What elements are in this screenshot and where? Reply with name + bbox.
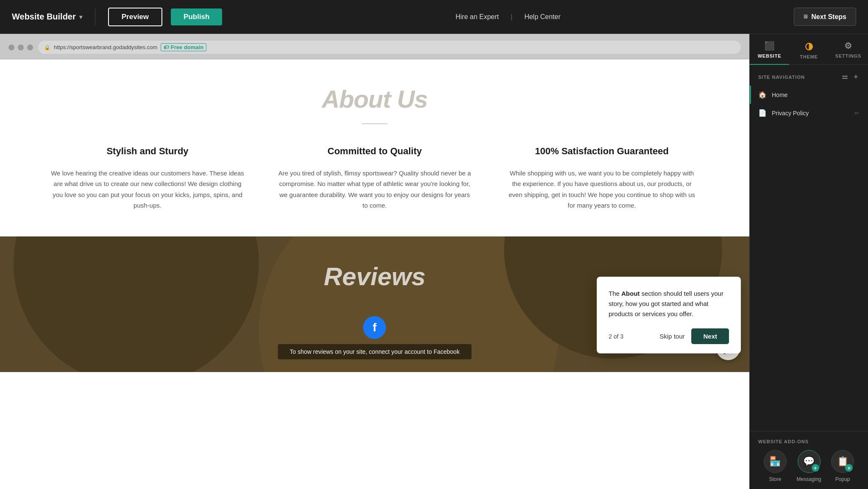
brand-chevron-icon: ▾	[79, 14, 82, 20]
about-col-1-text: We love hearing the creative ideas our c…	[51, 168, 244, 211]
fb-connect-text: To show reviews on your site, connect yo…	[278, 344, 472, 359]
addons-label: WEBSITE ADD-ONS	[758, 439, 860, 444]
next-steps-icon: ≡	[804, 12, 808, 21]
home-label: Home	[772, 92, 787, 98]
website-tab-icon: ⬛	[764, 41, 775, 51]
browser-dot-green	[27, 44, 33, 50]
browser-chrome: 🔒 https://sportswearbrand.godaddysites.c…	[0, 34, 749, 59]
preview-button[interactable]: Preview	[108, 8, 162, 26]
addon-popup-label: Popup	[835, 476, 850, 482]
hire-expert-link[interactable]: Hire an Expert	[456, 13, 499, 21]
about-divider	[362, 123, 387, 124]
browser-dot-red	[8, 44, 14, 50]
about-col-3-text: While shopping with us, we want you to b…	[505, 168, 698, 211]
tooltip-bold: About	[621, 290, 640, 297]
nav-add-icon[interactable]: ＋	[852, 72, 860, 81]
tooltip-counter: 2 of 3	[609, 333, 623, 340]
about-section: About Us Stylish and Sturdy We love hear…	[0, 59, 749, 236]
reviews-fb-block: f To show reviews on your site, connect …	[278, 316, 472, 359]
tab-settings[interactable]: ⚙ SETTINGS	[829, 34, 868, 64]
next-steps-label: Next Steps	[811, 13, 846, 21]
sidebar-tabs: ⬛ WEBSITE ◑ THEME ⚙ SETTINGS	[750, 34, 868, 65]
right-sidebar: ⬛ WEBSITE ◑ THEME ⚙ SETTINGS SITE NAVIGA…	[749, 34, 868, 489]
topbar-divider	[95, 8, 95, 25]
lock-icon: 🔒	[44, 44, 50, 50]
addon-popup[interactable]: 📋 + Popup	[826, 450, 860, 482]
address-bar: 🔒 https://sportswearbrand.godaddysites.c…	[38, 41, 741, 54]
store-icon: 🏪	[769, 456, 781, 467]
addon-store-label: Store	[769, 476, 781, 482]
messaging-badge: +	[812, 464, 819, 472]
next-tour-button[interactable]: Next	[691, 328, 729, 344]
site-navigation-label: SITE NAVIGATION ⚌ ＋	[750, 65, 868, 86]
tab-theme[interactable]: ◑ THEME	[789, 34, 829, 64]
canvas-area: 🔒 https://sportswearbrand.godaddysites.c…	[0, 34, 749, 489]
about-col-2: Committed to Quality Are you tired of st…	[261, 145, 488, 211]
tooltip-actions: Skip tour Next	[659, 328, 729, 344]
privacy-icon: 📄	[758, 109, 767, 117]
topbar-center: Hire an Expert | Help Center	[231, 13, 785, 21]
tooltip-text: The About section should tell users your…	[609, 289, 729, 319]
next-steps-button[interactable]: ≡ Next Steps	[794, 8, 856, 26]
addons-row: 🏪 Store 💬 + Messaging 📋 + Po	[758, 450, 860, 482]
tooltip-footer: 2 of 3 Skip tour Next	[609, 328, 729, 344]
url-text: https://sportswearbrand.godaddysites.com	[54, 44, 157, 50]
about-title: About Us	[34, 85, 715, 113]
about-col-2-title: Committed to Quality	[278, 145, 471, 158]
theme-tab-icon: ◑	[805, 41, 813, 52]
about-col-1-title: Stylish and Sturdy	[51, 145, 244, 158]
nav-filter-icon[interactable]: ⚌	[842, 72, 848, 81]
nav-item-home[interactable]: 🏠 Home	[750, 86, 868, 104]
addon-messaging-icon-wrap: 💬 +	[798, 450, 821, 473]
about-col-1: Stylish and Sturdy We love hearing the c…	[34, 145, 261, 211]
about-col-3-title: 100% Satisfaction Guaranteed	[505, 145, 698, 158]
settings-tab-icon: ⚙	[844, 41, 852, 51]
main-layout: 🔒 https://sportswearbrand.godaddysites.c…	[0, 34, 868, 489]
privacy-edit-icon[interactable]: ✏	[854, 110, 860, 117]
theme-tab-label: THEME	[800, 54, 818, 59]
help-center-link[interactable]: Help Center	[524, 13, 560, 21]
addon-messaging-label: Messaging	[796, 476, 821, 482]
brand-label: Website Builder	[12, 12, 76, 22]
sidebar-bottom: WEBSITE ADD-ONS 🏪 Store 💬 + Messaging	[750, 431, 868, 489]
browser-dots	[8, 44, 33, 50]
popup-badge: +	[845, 464, 853, 472]
privacy-label: Privacy Policy	[772, 110, 809, 117]
about-columns: Stylish and Sturdy We love hearing the c…	[34, 145, 715, 211]
page-content: About Us Stylish and Sturdy We love hear…	[0, 59, 749, 489]
tab-website[interactable]: ⬛ WEBSITE	[750, 34, 789, 64]
addon-store[interactable]: 🏪 Store	[758, 450, 792, 482]
brand-logo[interactable]: Website Builder ▾	[12, 12, 82, 22]
about-col-3: 100% Satisfaction Guaranteed While shopp…	[488, 145, 715, 211]
reviews-title: Reviews	[324, 262, 426, 291]
topbar: Website Builder ▾ Preview Publish Hire a…	[0, 0, 868, 34]
addon-store-icon-wrap: 🏪	[764, 450, 787, 473]
tooltip-popup: The About section should tell users your…	[597, 277, 741, 353]
home-icon: 🏠	[758, 91, 767, 99]
skip-tour-button[interactable]: Skip tour	[659, 333, 684, 340]
free-domain-badge[interactable]: 🏷 Free domain	[161, 43, 206, 51]
facebook-icon: f	[363, 316, 386, 339]
settings-tab-label: SETTINGS	[835, 53, 861, 58]
publish-button[interactable]: Publish	[171, 8, 222, 25]
addon-popup-icon-wrap: 📋 +	[831, 450, 854, 473]
topbar-separator: |	[511, 13, 512, 21]
browser-dot-yellow	[18, 44, 24, 50]
tooltip-prefix: The	[609, 290, 621, 297]
nav-item-privacy[interactable]: 📄 Privacy Policy ✏	[750, 104, 868, 122]
about-col-2-text: Are you tired of stylish, flimsy sportsw…	[278, 168, 471, 211]
addon-messaging[interactable]: 💬 + Messaging	[792, 450, 826, 482]
website-tab-label: WEBSITE	[758, 53, 782, 58]
nav-section-actions: ⚌ ＋	[842, 72, 860, 81]
